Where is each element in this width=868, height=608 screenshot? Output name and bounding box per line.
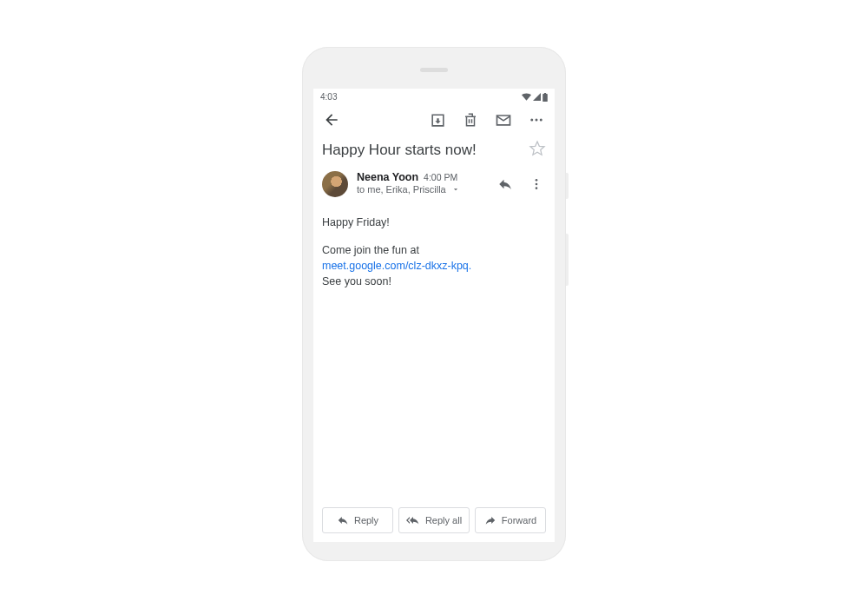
message-more-button[interactable] <box>527 175 546 194</box>
mark-unread-button[interactable] <box>494 110 513 129</box>
reply-all-icon <box>406 514 420 526</box>
screen: 4:03 <box>313 89 555 542</box>
sender-name: Neena Yoon <box>357 171 418 183</box>
phone-speaker <box>420 68 448 72</box>
reply-all-label: Reply all <box>425 515 462 525</box>
status-bar: 4:03 <box>313 89 555 103</box>
battery-icon <box>542 93 548 102</box>
svg-point-1 <box>536 119 538 122</box>
sender-info[interactable]: Neena Yoon 4:00 PM to me, Erika, Priscil… <box>357 171 487 195</box>
body-paragraph: Come join the fun at meet.google.com/clz… <box>322 242 546 289</box>
svg-point-2 <box>540 119 542 122</box>
side-button <box>566 234 569 286</box>
sender-row: Neena Yoon 4:00 PM to me, Erika, Priscil… <box>313 168 555 201</box>
status-icons <box>522 93 548 102</box>
star-button[interactable] <box>529 140 546 161</box>
email-body: Happy Friday! Come join the fun at meet.… <box>313 201 555 311</box>
svg-point-4 <box>536 183 538 186</box>
chevron-down-icon[interactable] <box>451 185 460 194</box>
cellular-icon <box>533 93 541 101</box>
more-button[interactable] <box>527 110 546 129</box>
app-bar <box>313 103 555 135</box>
action-bar: Reply Reply all Forward <box>322 507 546 533</box>
delete-button[interactable] <box>461 110 480 129</box>
forward-label: Forward <box>502 515 536 525</box>
reply-label: Reply <box>354 515 378 525</box>
back-button[interactable] <box>322 110 341 129</box>
meet-link[interactable]: meet.google.com/clz-dkxz-kpq. <box>322 260 471 272</box>
forward-icon <box>484 514 496 526</box>
body-greeting: Happy Friday! <box>322 215 546 230</box>
svg-point-3 <box>536 179 538 182</box>
reply-icon-button[interactable] <box>496 175 515 194</box>
status-time: 4:03 <box>320 92 337 102</box>
recipients-text: to me, Erika, Priscilla <box>357 184 446 195</box>
phone-frame: 4:03 <box>302 47 566 561</box>
wifi-icon <box>522 93 531 101</box>
body-text: See you soon! <box>322 275 391 287</box>
reply-all-button[interactable]: Reply all <box>398 507 470 533</box>
reply-button[interactable]: Reply <box>322 507 393 533</box>
side-button <box>566 173 569 199</box>
reply-icon <box>337 514 349 526</box>
body-text: Come join the fun at <box>322 244 419 256</box>
svg-point-5 <box>536 187 538 189</box>
subject-row: Happy Hour starts now! <box>313 135 555 168</box>
archive-button[interactable] <box>428 110 447 129</box>
email-subject: Happy Hour starts now! <box>322 142 529 159</box>
sender-avatar[interactable] <box>322 171 348 197</box>
sender-time: 4:00 PM <box>424 172 457 182</box>
svg-point-0 <box>530 119 533 122</box>
forward-button[interactable]: Forward <box>475 507 546 533</box>
